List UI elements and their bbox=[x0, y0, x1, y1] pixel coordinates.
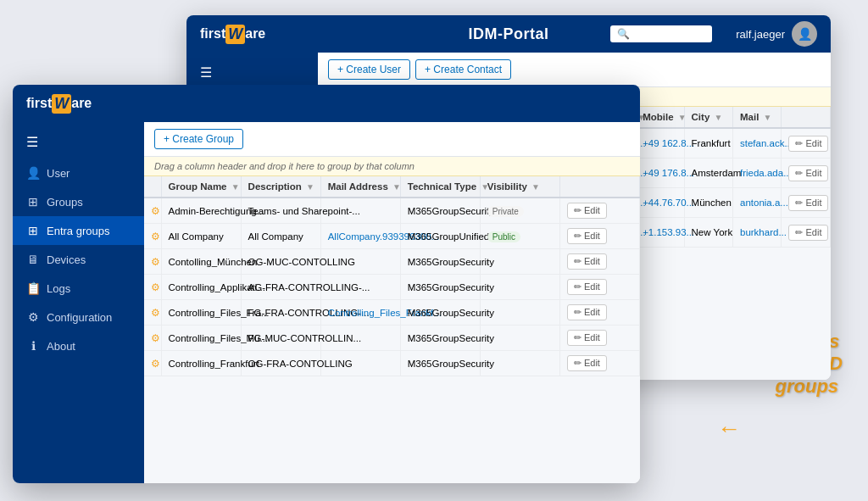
row-edit[interactable]: ✏ Edit bbox=[559, 300, 639, 326]
row-group-name: Admin-Berechtigung... bbox=[161, 198, 241, 224]
front-main-layout: ☰ 👤 User ⊞ Groups ⊞ Entra groups 🖥 Devic… bbox=[13, 122, 640, 483]
row-group-icon: ⚙ bbox=[144, 326, 161, 351]
row-mail-address: Controlling_Files_Frankf... bbox=[320, 300, 400, 326]
row-description: AG-FRA-CONTROLLING-... bbox=[241, 275, 320, 300]
front-sidebar-item-user[interactable]: 👤 User bbox=[13, 159, 144, 187]
create-contact-button[interactable]: + Create Contact bbox=[415, 59, 511, 80]
back-search-box[interactable]: 🔍 bbox=[610, 25, 712, 42]
front-sidebar-item-groups[interactable]: ⊞ Groups bbox=[13, 187, 144, 216]
col-mobile[interactable]: Mobile ▼ bbox=[636, 107, 684, 128]
front-devices-icon: 🖥 bbox=[26, 253, 40, 266]
row-edit[interactable]: ✏ Edit bbox=[559, 351, 639, 376]
front-col-mail[interactable]: Mail Address ▼ bbox=[320, 176, 400, 198]
row-technical-type: M365GroupSecurity bbox=[400, 198, 480, 224]
entra-groups-window: first W are ☰ 👤 User ⊞ Groups ⊞ Entra gr… bbox=[13, 85, 640, 483]
row-description: FG-MUC-CONTROLLIN... bbox=[241, 326, 320, 351]
back-header-user: ralf.jaeger 👤 bbox=[736, 21, 817, 47]
row-mail: stefan.ack... bbox=[733, 128, 782, 159]
front-sidebar-item-about[interactable]: ℹ About bbox=[13, 331, 144, 360]
row-mail-address: AllCompany.939396300... bbox=[320, 224, 400, 249]
table-row: ⚙ Admin-Berechtigung... Teams- und Share… bbox=[144, 198, 640, 224]
front-col-visibility[interactable]: Visibility ▼ bbox=[480, 176, 559, 198]
row-city: Amsterdam bbox=[684, 159, 732, 188]
row-group-name: Controlling_Applikati... bbox=[161, 275, 241, 300]
front-user-icon: 👤 bbox=[26, 166, 40, 180]
row-group-name: Contolling_München bbox=[161, 249, 241, 275]
row-mobile: +1.153.93... bbox=[636, 218, 684, 248]
edit-button[interactable]: ✏ Edit bbox=[567, 304, 607, 320]
edit-button[interactable]: ✏ Edit bbox=[788, 225, 828, 241]
logo-w: W bbox=[225, 25, 245, 44]
front-sidebar-item-label: User bbox=[47, 167, 70, 180]
row-city: Frankfurt bbox=[684, 128, 732, 159]
back-user-avatar: 👤 bbox=[792, 21, 817, 47]
front-sidebar-item-entra-groups[interactable]: ⊞ Entra groups bbox=[13, 216, 144, 245]
table-row: ⚙ Controlling_Frankfurt OG-FRA-CONTOLLIN… bbox=[144, 351, 640, 376]
front-col-group-name[interactable]: Group Name ▼ bbox=[161, 176, 241, 198]
front-table-scroll[interactable]: Group Name ▼ Description ▼ Mail Address … bbox=[144, 176, 640, 483]
front-sidebar-item-configuration[interactable]: ⚙ Configuration bbox=[13, 303, 144, 331]
row-description: All Company bbox=[241, 224, 320, 249]
row-edit[interactable]: ✏ Edit bbox=[782, 218, 831, 248]
front-sidebar-item-label: About bbox=[47, 340, 75, 353]
col-mail[interactable]: Mail ▼ bbox=[733, 107, 782, 128]
row-mobile: +49 162.8... bbox=[636, 128, 684, 159]
logo-are: are bbox=[245, 26, 265, 42]
row-group-name: Controlling_Files_Fra... bbox=[161, 300, 241, 326]
create-group-button[interactable]: + Create Group bbox=[154, 129, 243, 149]
edit-button[interactable]: ✏ Edit bbox=[567, 253, 607, 270]
logo-first: first bbox=[200, 26, 225, 42]
row-edit[interactable]: ✏ Edit bbox=[559, 198, 639, 224]
row-technical-type: M365GroupUnified bbox=[400, 224, 480, 249]
row-edit[interactable]: ✏ Edit bbox=[559, 275, 639, 300]
front-logo-w: W bbox=[52, 94, 71, 114]
row-edit[interactable]: ✏ Edit bbox=[782, 159, 831, 188]
front-logo-are: are bbox=[71, 96, 92, 111]
row-edit[interactable]: ✏ Edit bbox=[559, 249, 639, 275]
front-col-description[interactable]: Description ▼ bbox=[241, 176, 320, 198]
front-sidebar-item-label: Groups bbox=[47, 196, 83, 209]
row-group-name: Controlling_Files_Mü... bbox=[161, 326, 241, 351]
front-sidebar-item-logs[interactable]: 📋 Logs bbox=[13, 274, 144, 303]
front-col-type[interactable]: Technical Type ▼ bbox=[400, 176, 480, 198]
row-technical-type: M365GroupSecurity bbox=[400, 275, 480, 300]
back-toolbar: + Create User + Create Contact bbox=[318, 53, 831, 87]
row-description: OG-FRA-CONTOLLING bbox=[241, 351, 320, 376]
row-edit[interactable]: ✏ Edit bbox=[559, 224, 639, 249]
front-sidebar-item-label: Logs bbox=[47, 282, 70, 295]
front-header: first W are bbox=[13, 85, 640, 122]
edit-button[interactable]: ✏ Edit bbox=[788, 165, 828, 181]
search-icon: 🔍 bbox=[617, 28, 630, 40]
row-description: OG-MUC-CONTOLLING bbox=[241, 249, 320, 275]
edit-button[interactable]: ✏ Edit bbox=[567, 228, 607, 244]
create-user-button[interactable]: + Create User bbox=[328, 59, 410, 80]
front-sidebar: ☰ 👤 User ⊞ Groups ⊞ Entra groups 🖥 Devic… bbox=[13, 122, 144, 483]
row-group-icon: ⚙ bbox=[144, 249, 161, 275]
edit-button[interactable]: ✏ Edit bbox=[567, 355, 607, 371]
table-row: ⚙ Controlling_Applikati... AG-FRA-CONTRO… bbox=[144, 275, 640, 300]
row-technical-type: M365GroupSecurity bbox=[400, 300, 480, 326]
row-mobile: +49 176.8... bbox=[636, 159, 684, 188]
back-header: first W are IDM-Portal 🔍 ralf.jaeger 👤 bbox=[186, 15, 831, 53]
edit-button[interactable]: ✏ Edit bbox=[567, 330, 607, 346]
row-technical-type: M365GroupSecurity bbox=[400, 249, 480, 275]
row-edit[interactable]: ✏ Edit bbox=[559, 326, 639, 351]
row-edit[interactable]: ✏ Edit bbox=[782, 188, 831, 218]
row-group-name: All Company bbox=[161, 224, 241, 249]
front-entra-icon: ⊞ bbox=[26, 224, 40, 237]
front-sidebar-item-devices[interactable]: 🖥 Devices bbox=[13, 245, 144, 274]
row-edit[interactable]: ✏ Edit bbox=[782, 128, 831, 159]
edit-button[interactable]: ✏ Edit bbox=[788, 195, 828, 211]
front-hamburger-icon[interactable]: ☰ bbox=[13, 125, 144, 159]
col-city[interactable]: City ▼ bbox=[684, 107, 732, 128]
row-group-icon: ⚙ bbox=[144, 198, 161, 224]
front-sidebar-item-label: Devices bbox=[47, 253, 86, 266]
front-content: + Create Group Drag a column header and … bbox=[144, 122, 640, 483]
row-mail: frieda.ada... bbox=[733, 159, 782, 188]
edit-button[interactable]: ✏ Edit bbox=[788, 136, 828, 152]
row-technical-type: M365GroupSecurity bbox=[400, 351, 480, 376]
edit-button[interactable]: ✏ Edit bbox=[567, 279, 607, 295]
annotation-arrow-right: ← bbox=[717, 415, 741, 443]
edit-button[interactable]: ✏ Edit bbox=[567, 203, 607, 219]
row-visibility: Public bbox=[480, 224, 559, 249]
